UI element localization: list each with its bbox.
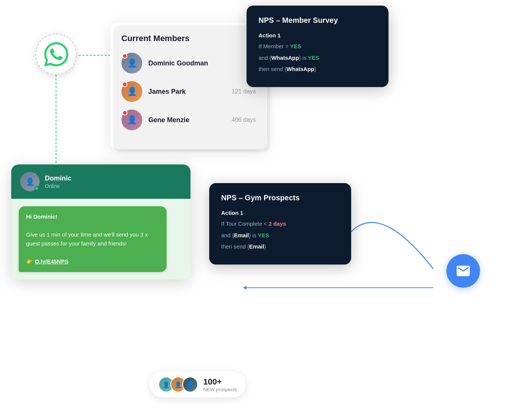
- member-days: 406 days: [232, 117, 256, 123]
- nps-gym-prospects-card: NPS – Gym Prospects Action 1 If Tour Com…: [209, 183, 351, 265]
- nps-whatsapp-send: WhatsApp: [287, 66, 314, 72]
- chat-body: Hi Dominic! Give us 1 min of your time a…: [11, 199, 191, 280]
- nps-gym-prefix: If Tour Complete <: [221, 220, 269, 227]
- svg-marker-3: [243, 286, 247, 290]
- nps-close-brace: }: [314, 66, 316, 72]
- prospects-count: 100+: [203, 377, 237, 387]
- chat-link[interactable]: O.ly/E45NPS: [35, 258, 68, 265]
- status-dot-red: [122, 82, 127, 87]
- prospects-label: NEW prospects: [203, 387, 237, 392]
- members-card-title: Current Members: [121, 34, 256, 43]
- member-name: Dominic Goodman: [148, 59, 256, 67]
- nps-gym-line1: If Tour Complete < 2 days: [221, 220, 339, 228]
- chat-message: Hi Dominic! Give us 1 min of your time a…: [26, 212, 159, 266]
- avatar-wrapper: 👤: [121, 81, 142, 102]
- nps-member-line3: then send {WhatsApp}: [259, 65, 377, 74]
- prospect-avatar-3: 👤: [182, 377, 198, 392]
- email-icon: [455, 263, 471, 279]
- nps-member-survey-card: NPS – Member Survey Action 1 If Member =…: [247, 6, 389, 87]
- member-info: Dominic Goodman: [148, 59, 256, 67]
- nps-gym-line3: then send {Email}: [221, 243, 339, 251]
- chat-bubble: Hi Dominic! Give us 1 min of your time a…: [19, 206, 167, 272]
- prospects-text: 100+ NEW prospects: [203, 377, 237, 392]
- member-days: 121 days: [232, 88, 256, 95]
- prospects-badge: 👤 👤 👤 100+ NEW prospects: [149, 371, 246, 398]
- nps-gym-and: and {: [221, 232, 234, 238]
- prospect-avatars: 👤 👤 👤: [158, 377, 198, 392]
- nps-yes-value2: YES: [308, 55, 319, 61]
- list-item: 👤 Dominic Goodman: [121, 53, 256, 74]
- nps-gym-title: NPS – Gym Prospects: [221, 194, 339, 202]
- nps-gym-is: } is: [249, 232, 258, 238]
- nps-then: then send {: [259, 66, 287, 72]
- nps-gym-action-label: Action 1: [221, 210, 339, 216]
- whatsapp-icon-circle: [35, 34, 77, 75]
- member-name: Gene Menzie: [148, 116, 226, 124]
- nps-line-prefix: If Member =: [259, 43, 290, 49]
- list-item: 👤 Gene Menzie 406 days: [121, 109, 256, 130]
- members-card: Current Members 👤 Dominic Goodman 👤: [110, 22, 267, 149]
- member-name: James Park: [148, 88, 226, 96]
- nps-gym-days-value: 2: [269, 220, 272, 227]
- nps-line-is: } is: [299, 55, 308, 61]
- chat-greeting: Hi Dominic!: [26, 213, 57, 220]
- nps-yes-value: YES: [290, 43, 301, 49]
- chat-body-text: Give us 1 min of your time and we'll sen…: [26, 231, 148, 247]
- chat-status: Online: [45, 183, 182, 189]
- nps-member-line1: If Member = YES: [259, 42, 377, 51]
- nps-gym-line2: and {Email} is YES: [221, 231, 339, 240]
- status-dot-red: [122, 110, 127, 115]
- nps-email-brand: Email: [234, 232, 249, 238]
- nps-email-send: Email: [249, 243, 264, 250]
- member-info: James Park: [148, 88, 226, 96]
- list-item: 👤 James Park 121 days: [121, 81, 256, 102]
- nps-member-line2: and {WhatsApp} is YES: [259, 54, 377, 62]
- nps-gym-then: then send {: [221, 243, 249, 250]
- nps-member-action-label: Action 1: [259, 32, 377, 38]
- nps-whatsapp-brand: WhatsApp: [271, 55, 299, 61]
- scene: Current Members 👤 Dominic Goodman 👤: [0, 0, 523, 420]
- email-icon-circle: [446, 254, 480, 288]
- avatar-wrapper: 👤: [121, 109, 142, 130]
- chat-header: 👤 Dominic Online: [11, 164, 191, 199]
- member-info: Gene Menzie: [148, 116, 226, 124]
- nps-gym-yes: YES: [258, 232, 269, 238]
- nps-line-and: and {: [259, 55, 271, 61]
- online-indicator: [34, 186, 39, 191]
- chat-emoji: 👉: [26, 258, 35, 265]
- chat-avatar: 👤: [20, 172, 40, 191]
- whatsapp-icon: [44, 42, 68, 67]
- nps-gym-close: }: [264, 243, 266, 250]
- chat-user-info: Dominic Online: [45, 175, 182, 189]
- nps-member-title: NPS – Member Survey: [259, 16, 377, 25]
- chat-username: Dominic: [45, 175, 182, 182]
- avatar-wrapper: 👤: [121, 53, 142, 74]
- chat-card: 👤 Dominic Online Hi Dominic! Give us 1 m…: [11, 164, 191, 280]
- status-dot-red: [122, 53, 127, 59]
- nps-gym-days-label: days: [272, 220, 286, 227]
